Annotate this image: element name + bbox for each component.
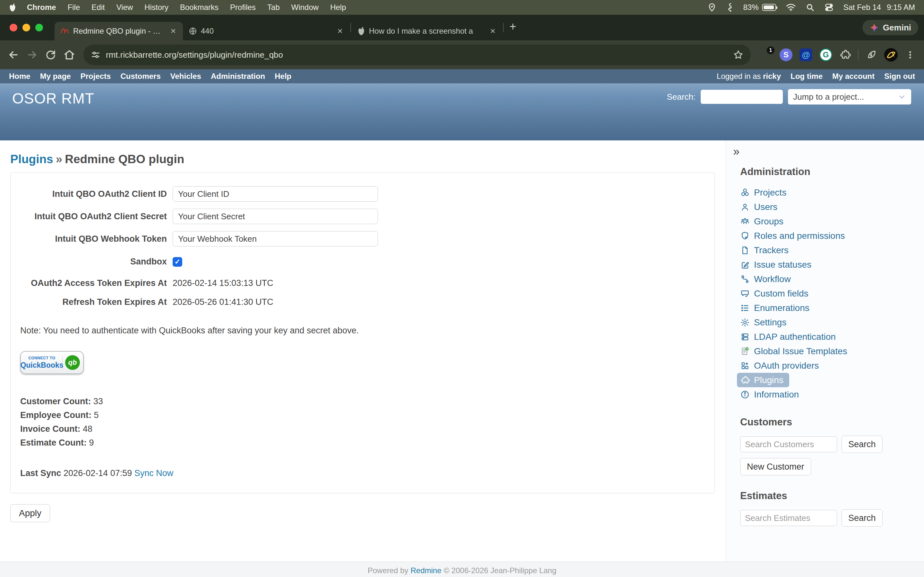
status-app-icon-1[interactable] [707,3,717,12]
sidebar-item-groups[interactable]: Groups [740,214,918,229]
menubar-item-bookmarks[interactable]: Bookmarks [180,3,218,12]
menubar-item-chrome[interactable]: Chrome [27,3,56,12]
extension-adblock-icon[interactable]: 1 [760,48,772,61]
search-estimates-button[interactable]: Search [842,509,883,527]
bookmark-star-icon[interactable] [733,49,744,60]
connect-to-quickbooks-button[interactable]: CONNECT TO QuickBooks qb [20,351,84,374]
breadcrumb-plugins-link[interactable]: Plugins [10,153,53,166]
estimates-block: Estimates Search [733,490,918,527]
sidebar-item-roles-permissions[interactable]: Roles and permissions [740,229,918,243]
search-customers-button[interactable]: Search [842,436,883,453]
jump-to-project-select[interactable]: Jump to a project... [788,89,911,105]
sync-stats: Customer Count: 33 Employee Count: 5 Inv… [20,395,702,450]
minimize-window-button[interactable] [23,24,30,31]
status-app-icon-2[interactable] [726,2,733,13]
webhook-token-label: Intuit QBO Webhook Token [20,234,173,244]
tab-screenshot-question[interactable]: How do I make a screenshot a × [352,22,502,40]
menubar-clock[interactable]: Sat Feb 14 9:15 AM [843,3,915,12]
back-button[interactable] [6,48,21,62]
quickbooks-button-text: CONNECT TO QuickBooks [24,356,63,370]
sidebar-item-enumerations[interactable]: Enumerations [740,301,918,315]
sidebar-item-users[interactable]: Users [740,200,918,214]
nav-customers[interactable]: Customers [120,72,160,81]
close-tab-icon[interactable]: × [170,26,177,36]
battery-indicator[interactable]: 83% [743,3,776,12]
close-tab-icon[interactable]: × [336,26,344,36]
sidebar-item-trackers[interactable]: Trackers [740,243,918,258]
menubar-item-view[interactable]: View [116,3,133,12]
extensions-puzzle-icon[interactable] [839,49,851,61]
nav-log-time[interactable]: Log time [790,72,822,81]
nav-vehicles[interactable]: Vehicles [170,72,201,81]
client-id-field[interactable] [173,186,378,201]
sidebar-item-custom-fields[interactable]: Custom fields [740,286,918,301]
extension-grammarly-icon[interactable]: G [819,48,832,61]
url-text[interactable]: rmt.rickbarrette.org/settings/plugin/red… [106,50,728,60]
shield-icon [740,231,750,241]
menubar-item-file[interactable]: File [68,3,80,12]
nav-help[interactable]: Help [275,72,291,81]
search-customers-input[interactable] [740,436,837,452]
profile-avatar[interactable] [884,48,898,61]
close-tab-icon[interactable]: × [489,26,497,36]
menubar-item-help[interactable]: Help [330,3,346,12]
sidebar-item-plugins[interactable]: Plugins [737,373,789,387]
header-search-input[interactable] [701,90,783,104]
address-bar[interactable]: rmt.rickbarrette.org/settings/plugin/red… [83,45,751,65]
site-settings-icon[interactable] [90,50,101,60]
sidebar-item-projects[interactable]: Projects [740,185,918,200]
apps-plus-icon [740,361,750,371]
extension-lock-icon[interactable]: @ [800,48,813,61]
tab-redmine-qbo[interactable]: Redmine QBO plugin - Plugins × [55,22,183,40]
content-area: Plugins»Redmine QBO plugin Intuit QBO OA… [0,140,924,562]
reload-button[interactable] [44,48,58,62]
new-tab-icon[interactable]: + [504,20,521,35]
webhook-token-field[interactable] [173,231,378,247]
menubar-item-history[interactable]: History [144,3,168,12]
nav-projects[interactable]: Projects [81,72,111,81]
redmine-link[interactable]: Redmine [411,566,441,575]
sidebar-item-issue-statuses[interactable]: Issue statuses [740,258,918,272]
main-content: Plugins»Redmine QBO plugin Intuit QBO OA… [0,140,726,562]
menubar-item-edit[interactable]: Edit [91,3,105,12]
home-button[interactable] [62,48,76,62]
menubar-item-tab[interactable]: Tab [267,3,280,12]
extension-s-icon[interactable]: S [780,48,792,61]
zoom-window-button[interactable] [35,24,43,31]
battery-saver-icon[interactable] [866,49,877,61]
estimates-heading: Estimates [740,490,918,502]
apple-menu-icon[interactable] [9,3,16,12]
menubar-item-window[interactable]: Window [291,3,318,12]
sidebar-item-ldap[interactable]: LDAP authentication [740,330,918,344]
sync-now-link[interactable]: Sync Now [134,468,174,478]
apply-button[interactable]: Apply [10,504,50,522]
collapse-sidebar-icon[interactable]: » [733,145,740,158]
spotlight-search-icon[interactable] [806,3,814,12]
gemini-chip[interactable]: Gemini [863,20,918,35]
nav-my-page[interactable]: My page [40,72,71,81]
nav-administration[interactable]: Administration [211,72,265,81]
nav-my-account[interactable]: My account [832,72,875,81]
sandbox-checkbox[interactable] [173,257,182,267]
control-center-icon[interactable] [824,3,834,12]
menubar-item-profiles[interactable]: Profiles [230,3,256,12]
logged-in-username[interactable]: ricky [763,72,781,81]
sidebar-item-workflow[interactable]: Workflow [740,272,918,286]
wifi-icon[interactable] [786,3,796,11]
last-sync-label: Last Sync [20,468,61,478]
sidebar-item-global-issue-templates[interactable]: Global Issue Templates [740,344,918,358]
client-secret-field[interactable] [173,209,378,224]
forward-button[interactable] [25,48,39,62]
sidebar-item-information[interactable]: Information [740,387,918,402]
close-window-button[interactable] [10,24,17,31]
nav-sign-out[interactable]: Sign out [884,72,915,81]
search-estimates-input[interactable] [740,510,837,526]
extension-letter: S [783,50,788,59]
info-icon [740,390,750,400]
chrome-menu-kebab-icon[interactable] [905,49,916,60]
tab-440[interactable]: 440 × [183,22,350,40]
new-customer-button[interactable]: New Customer [740,458,811,475]
sidebar-item-settings[interactable]: Settings [740,315,918,330]
sidebar-item-oauth-providers[interactable]: OAuth providers [740,358,918,373]
nav-home[interactable]: Home [9,72,31,81]
